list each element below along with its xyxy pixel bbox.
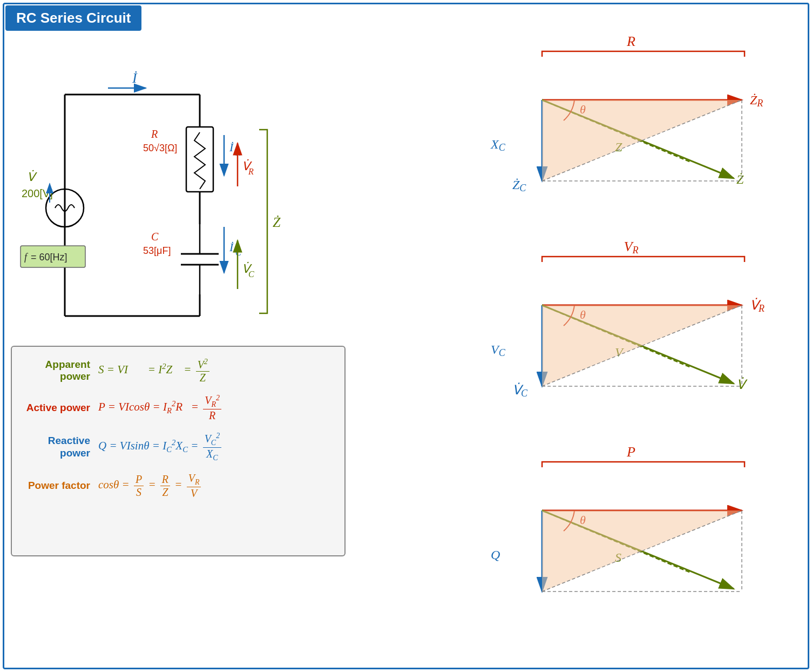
svg-text:50√3[Ω]: 50√3[Ω] [143, 143, 177, 153]
svg-text:XC: XC [490, 137, 506, 153]
svg-text:R: R [151, 128, 158, 140]
apparent-power-label: Apparent power [25, 359, 90, 384]
svg-text:R: R [248, 167, 254, 176]
svg-text:= 60[Hz]: = 60[Hz] [31, 252, 67, 263]
svg-text:R: R [626, 33, 635, 49]
svg-text:V̇: V̇ [27, 170, 37, 184]
svg-text:VR: VR [624, 239, 639, 256]
svg-text:53[μF]: 53[μF] [143, 245, 171, 256]
svg-rect-21 [186, 127, 213, 192]
svg-text:V̇: V̇ [736, 377, 748, 392]
circuit-diagram: İ V̇ 200[V] f = 60[Hz] R 50√3[Ω] C 53[μF… [11, 30, 324, 343]
svg-text:Ż: Ż [736, 172, 744, 186]
svg-text:200[V]: 200[V] [22, 187, 53, 199]
svg-text:P: P [626, 444, 635, 460]
svg-text:ŻR: ŻR [750, 93, 763, 109]
power-factor-formula: cosθ = PS = RZ = VRV [98, 472, 331, 500]
apparent-power-row: Apparent power S = VI = I2Z = V2Z [25, 358, 331, 384]
active-power-label: Active power [25, 402, 90, 414]
svg-text:İ: İ [132, 70, 138, 86]
svg-text:VC: VC [491, 342, 506, 358]
svg-text:V̇C: V̇C [512, 382, 528, 399]
svg-text:ŻC: ŻC [512, 178, 526, 193]
svg-text:C: C [151, 231, 159, 243]
formulas-box: Apparent power S = VI = I2Z = V2Z Active… [11, 346, 346, 556]
svg-text:C: C [235, 248, 241, 257]
power-factor-label: Power factor [25, 480, 90, 492]
reactive-power-label: Reactive power [25, 435, 90, 460]
page-title: RC Series Circuit [5, 5, 141, 31]
svg-text:C: C [248, 270, 254, 279]
apparent-power-formula: S = VI = I2Z = V2Z [98, 358, 331, 384]
svg-text:İ: İ [229, 140, 234, 154]
reactive-power-row: Reactive power Q = VIsinθ = IC2XC = VC2X… [25, 432, 331, 462]
svg-text:İ: İ [229, 240, 234, 254]
svg-text:Q: Q [491, 548, 500, 562]
phasor-diagrams: R ŻR XC ŻC Z Ż θ VR V̇R VC V̇C V V̇ θ P [458, 30, 804, 662]
svg-text:V̇R: V̇R [750, 298, 764, 314]
active-power-formula: P = VIcosθ = IR2R = VR2R [98, 394, 331, 422]
reactive-power-formula: Q = VIsinθ = IC2XC = VC2XC [98, 432, 331, 462]
active-power-row: Active power P = VIcosθ = IR2R = VR2R [25, 394, 331, 422]
power-factor-row: Power factor cosθ = PS = RZ = VRV [25, 472, 331, 500]
svg-text:Ż: Ż [273, 214, 281, 230]
